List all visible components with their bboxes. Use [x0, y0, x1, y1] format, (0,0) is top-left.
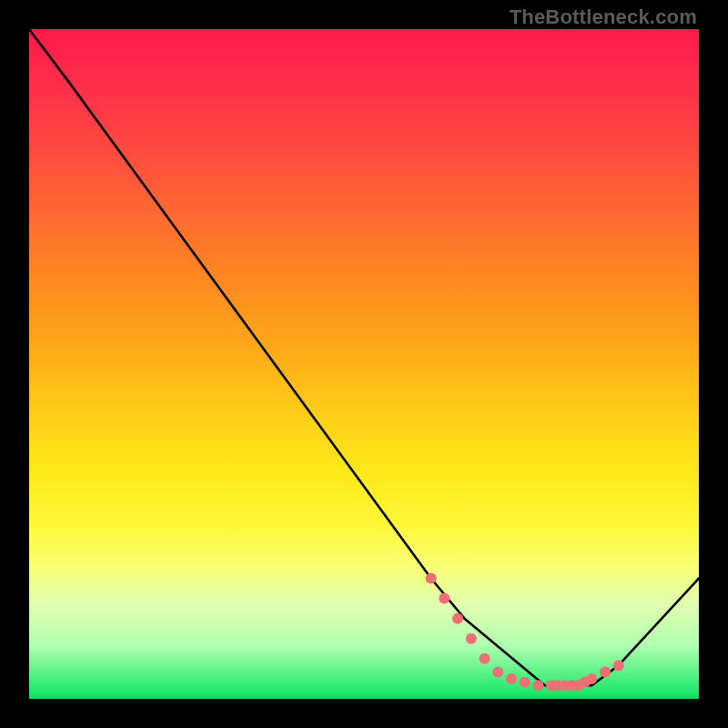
marker-dot: [600, 667, 611, 678]
marker-dot: [586, 673, 597, 684]
watermark-text: TheBottleneck.com: [510, 5, 697, 29]
marker-dot: [520, 677, 531, 688]
marker-dot: [506, 673, 517, 684]
marker-dot: [613, 660, 624, 671]
marker-dot: [452, 613, 463, 624]
marker-dot: [480, 653, 490, 664]
marker-dot: [439, 593, 450, 604]
marker-dot: [466, 633, 477, 644]
curve-path: [29, 29, 699, 685]
chart-stage: TheBottleneck.com: [0, 0, 728, 728]
marker-dot: [426, 573, 437, 584]
marker-dot: [532, 680, 543, 691]
chart-curve: [29, 29, 699, 685]
plot-area: [29, 29, 699, 699]
marker-dot: [492, 667, 503, 678]
chart-markers: [426, 573, 624, 692]
chart-svg: [29, 29, 699, 699]
